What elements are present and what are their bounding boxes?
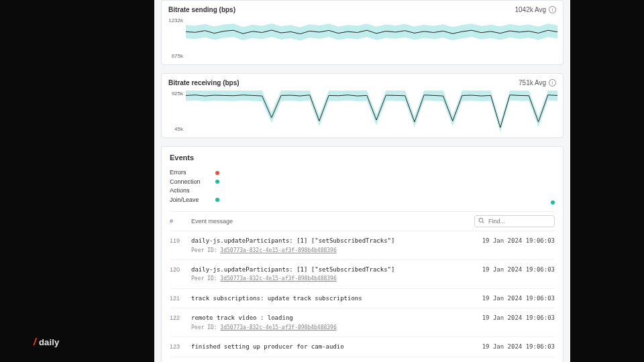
row-number: 121 xyxy=(170,294,184,302)
row-timestamp: 19 Jan 2024 19:06:03 xyxy=(481,343,555,350)
table-row[interactable]: 123finished setting up producer for cam-… xyxy=(170,337,555,357)
table-row[interactable]: 121track subscriptions: update track sub… xyxy=(170,289,555,309)
chart-header-sending: Bitrate sending (bps) 1042k Avg i xyxy=(162,1,563,16)
row-timestamp: 19 Jan 2024 19:06:03 xyxy=(481,265,555,273)
chart-title-sending: Bitrate sending (bps) xyxy=(168,6,235,13)
yaxis-sending: 1232k 675k xyxy=(167,17,186,59)
table-row[interactable]: 120daily-js.updateParticipants: [1] ["se… xyxy=(170,260,555,289)
info-icon[interactable]: i xyxy=(549,6,556,13)
row-message: remote track video : loadingPeer ID: 3d5… xyxy=(191,314,474,331)
brand-logo: / daily xyxy=(34,337,60,347)
legend-errors: Errors xyxy=(170,168,555,178)
app-window: Bitrate sending (bps) 1042k Avg i 1232k … xyxy=(154,0,570,362)
dot-icon xyxy=(215,171,219,175)
table-row[interactable]: 124Live transcription started: {"action"… xyxy=(170,357,555,362)
row-peer: Peer ID: 3d50773a-832c-4e15-af3f-898b4b4… xyxy=(191,324,474,331)
search-input[interactable] xyxy=(474,215,555,227)
row-number: 120 xyxy=(170,265,184,273)
yaxis-receiving: 925k 45k xyxy=(167,90,186,132)
events-title: Events xyxy=(170,154,555,162)
row-peer: Peer ID: 3d50773a-832c-4e15-af3f-898b4b4… xyxy=(191,275,474,282)
events-table-header: # Event message xyxy=(170,211,555,231)
row-message: finished setting up producer for cam-aud… xyxy=(191,343,474,351)
row-timestamp: 19 Jan 2024 19:06:03 xyxy=(481,294,555,302)
legend-connection: Connection xyxy=(170,178,555,187)
row-timestamp: 19 Jan 2024 19:06:03 xyxy=(481,237,555,244)
table-row[interactable]: 119daily-js.updateParticipants: [1] ["se… xyxy=(170,231,555,260)
chart-card-sending: Bitrate sending (bps) 1042k Avg i 1232k … xyxy=(161,0,564,65)
sparkline-sending xyxy=(186,17,557,59)
legend-actions: Actions xyxy=(170,186,555,196)
row-message: daily-js.updateParticipants: [1] ["setSu… xyxy=(191,237,474,254)
sparkline-receiving xyxy=(186,90,557,132)
legend-joinleave: Join/Leave xyxy=(170,196,555,205)
dot-icon xyxy=(215,198,219,202)
row-number: 119 xyxy=(170,237,184,244)
brand-slash-icon: / xyxy=(34,337,36,347)
chart-avg-sending: 1042k Avg i xyxy=(515,6,556,13)
row-number: 122 xyxy=(170,314,184,321)
events-search xyxy=(474,215,555,227)
row-message: daily-js.updateParticipants: [1] ["setSu… xyxy=(191,265,474,283)
row-message: track subscriptions: update track subscr… xyxy=(191,294,474,303)
chart-header-receiving: Bitrate receiving (bps) 751k Avg i xyxy=(162,74,563,89)
events-legend: Errors Connection Actions Join/Leave xyxy=(170,168,555,204)
plot-sending xyxy=(186,17,557,59)
chart-card-receiving: Bitrate receiving (bps) 751k Avg i 925k … xyxy=(161,73,564,138)
chart-title-receiving: Bitrate receiving (bps) xyxy=(168,79,239,86)
page-content: Bitrate sending (bps) 1042k Avg i 1232k … xyxy=(154,0,570,362)
row-number: 123 xyxy=(170,343,184,350)
events-card: Events Errors Connection Actions Join/Le… xyxy=(161,146,564,362)
chart-avg-receiving: 751k Avg i xyxy=(519,79,556,86)
table-row[interactable]: 122remote track video : loadingPeer ID: … xyxy=(170,308,555,337)
col-message: Event message xyxy=(191,218,468,225)
dot-icon xyxy=(215,180,219,184)
timeline-marker-icon xyxy=(551,200,555,204)
peer-link[interactable]: 3d50773a-832c-4e15-af3f-898b4b488396 xyxy=(220,324,336,330)
peer-link[interactable]: 3d50773a-832c-4e15-af3f-898b4b488396 xyxy=(220,276,336,282)
col-number: # xyxy=(170,218,184,225)
row-peer: Peer ID: 3d50773a-832c-4e15-af3f-898b4b4… xyxy=(191,247,474,254)
events-table-body: 119daily-js.updateParticipants: [1] ["se… xyxy=(170,231,555,362)
brand-name: daily xyxy=(39,337,60,347)
plot-receiving xyxy=(186,90,557,132)
info-icon[interactable]: i xyxy=(549,79,556,86)
row-timestamp: 19 Jan 2024 19:06:03 xyxy=(481,314,555,321)
peer-link[interactable]: 3d50773a-832c-4e15-af3f-898b4b488396 xyxy=(220,247,336,253)
